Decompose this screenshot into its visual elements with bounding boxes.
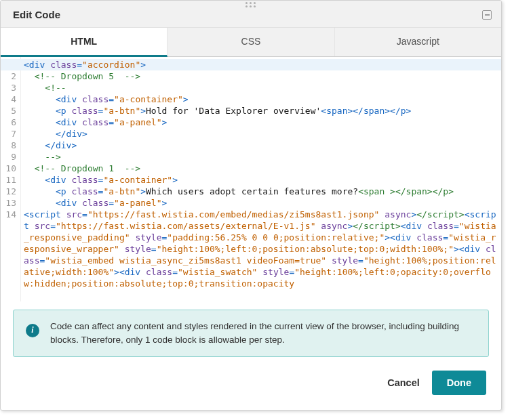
panel-header: Edit Code: [1, 1, 501, 28]
code-line[interactable]: <!-- Dropdown 1 -->: [24, 163, 498, 174]
code-area[interactable]: <div class="accordion"> <!-- Dropdown 5 …: [21, 57, 501, 301]
code-line[interactable]: <div class="a-panel">: [24, 197, 498, 209]
code-line[interactable]: <div class="a-container">: [24, 93, 498, 105]
line-gutter: 1234567891011121314: [1, 57, 21, 301]
info-banner: i Code can affect any content and styles…: [13, 310, 489, 358]
footer: Cancel Done: [1, 357, 501, 410]
code-line[interactable]: <div class="accordion">: [24, 59, 498, 70]
code-line[interactable]: </div>: [24, 128, 498, 140]
code-line[interactable]: </div>: [24, 140, 498, 151]
info-text: Code can affect any content and styles r…: [50, 320, 476, 348]
code-editor[interactable]: 1234567891011121314 <div class="accordio…: [1, 57, 501, 301]
tab-css[interactable]: CSS: [168, 28, 334, 56]
code-line[interactable]: <!-- Dropdown 5 -->: [24, 70, 498, 82]
collapse-icon[interactable]: [482, 10, 492, 20]
code-line[interactable]: <div class="a-container">: [24, 174, 498, 186]
tabs: HTML CSS Javascript: [1, 28, 501, 57]
drag-handle-icon[interactable]: [245, 2, 256, 7]
code-line[interactable]: <!--: [24, 82, 498, 93]
tab-html[interactable]: HTML: [1, 28, 168, 57]
edit-code-panel: Edit Code HTML CSS Javascript 1234567891…: [0, 0, 502, 411]
code-line[interactable]: <p class="a-btn">Hold for 'Data Explorer…: [24, 105, 498, 117]
code-line[interactable]: -->: [24, 151, 498, 163]
cancel-button[interactable]: Cancel: [387, 377, 420, 388]
done-button[interactable]: Done: [432, 371, 486, 395]
panel-title: Edit Code: [13, 9, 60, 20]
info-icon: i: [26, 324, 39, 337]
code-line[interactable]: <div class="a-panel">: [24, 117, 498, 128]
code-line[interactable]: <script src="https://fast.wistia.com/emb…: [24, 209, 498, 289]
tab-javascript[interactable]: Javascript: [335, 28, 501, 56]
code-line[interactable]: <p class="a-btn">Which users adopt certa…: [24, 186, 498, 197]
